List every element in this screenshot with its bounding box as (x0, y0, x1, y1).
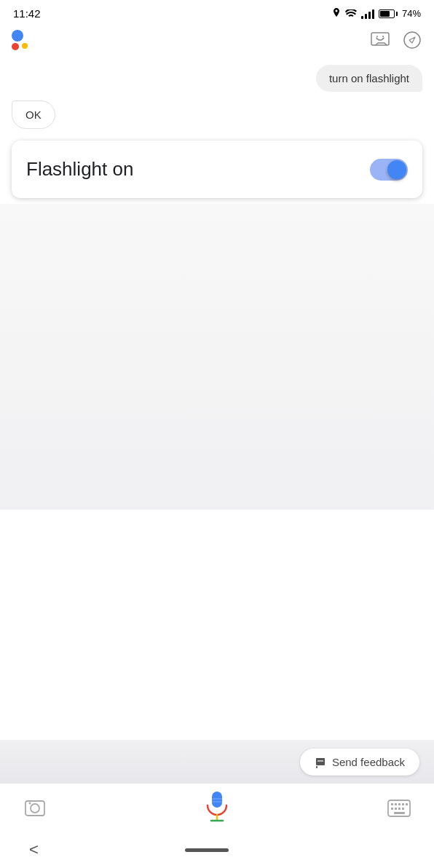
assistant-message-text: OK (25, 108, 42, 121)
signal-bars-icon (361, 9, 374, 19)
svg-point-2 (382, 36, 384, 37)
battery-icon (379, 9, 398, 18)
dot-yellow (22, 43, 28, 49)
send-feedback-button[interactable]: Send feedback (300, 749, 419, 776)
middle-area (0, 204, 434, 510)
svg-rect-5 (316, 766, 317, 768)
svg-rect-23 (402, 808, 404, 810)
wifi-icon (345, 9, 357, 18)
microphone-icon[interactable] (204, 791, 230, 826)
battery-percentage: 74% (402, 8, 421, 19)
status-time: 11:42 (13, 7, 41, 20)
google-logo (12, 30, 32, 50)
bottom-toolbar (0, 783, 434, 833)
svg-rect-22 (398, 808, 401, 810)
header-actions (370, 30, 422, 50)
user-message-bubble: turn on flashlight (316, 65, 422, 92)
google-dots (12, 30, 32, 50)
svg-rect-6 (25, 801, 44, 816)
svg-rect-15 (391, 803, 393, 805)
svg-point-1 (376, 36, 378, 37)
svg-rect-18 (402, 803, 404, 805)
chat-area: turn on flashlight OK (0, 59, 434, 135)
header (0, 24, 434, 59)
svg-rect-4 (316, 758, 325, 765)
back-button[interactable]: < (29, 840, 39, 859)
status-icons: 74% (332, 8, 421, 19)
send-feedback-row: Send feedback (0, 740, 434, 783)
location-icon (332, 8, 341, 19)
svg-rect-17 (398, 803, 401, 805)
flashlight-card: Flashlight on (12, 141, 422, 198)
lens-icon[interactable] (22, 795, 48, 821)
svg-point-8 (29, 802, 31, 805)
dot-blue (12, 30, 23, 42)
send-feedback-label: Send feedback (332, 756, 405, 768)
svg-rect-20 (391, 808, 393, 810)
explore-icon[interactable] (402, 30, 422, 50)
flashlight-label: Flashlight on (26, 158, 133, 181)
nav-bar: < (0, 833, 434, 868)
toggle-thumb (387, 160, 406, 179)
status-bar: 11:42 74% (0, 0, 434, 24)
svg-rect-24 (394, 812, 405, 814)
svg-rect-21 (395, 808, 397, 810)
svg-point-7 (31, 804, 39, 813)
snapshot-icon[interactable] (370, 30, 390, 50)
user-message-text: turn on flashlight (329, 72, 409, 84)
bottom-section: Send feedback (0, 740, 434, 868)
svg-rect-19 (406, 803, 408, 805)
feedback-flag-icon (315, 757, 326, 768)
keyboard-icon[interactable] (386, 795, 412, 821)
svg-rect-16 (395, 803, 397, 805)
svg-point-3 (404, 32, 420, 48)
flashlight-toggle[interactable] (370, 159, 408, 181)
svg-rect-9 (212, 792, 222, 808)
assistant-message-bubble: OK (12, 100, 55, 129)
home-pill[interactable] (185, 848, 229, 852)
dot-red (12, 43, 19, 50)
